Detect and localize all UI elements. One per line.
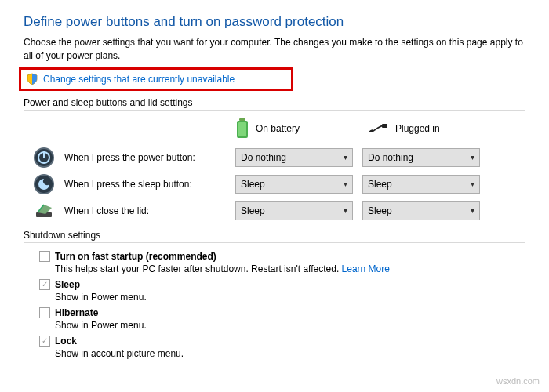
lock-sub: Show in account picture menu.: [55, 348, 525, 359]
sleep-button-battery-dropdown[interactable]: Sleep ▾: [235, 175, 353, 194]
fast-startup-sub: This helps start your PC faster after sh…: [55, 263, 525, 274]
change-settings-row[interactable]: Change settings that are currently unava…: [19, 67, 293, 91]
plugged-column-header: Plugged in: [367, 122, 493, 135]
svg-rect-3: [382, 124, 387, 128]
hibernate-label: Hibernate: [55, 307, 98, 318]
fast-startup-item: Turn on fast startup (recommended) This …: [39, 251, 525, 274]
sleep-checkbox[interactable]: ✓: [39, 279, 50, 290]
power-button-row: When I press the power button: Do nothin…: [24, 147, 525, 169]
fast-startup-checkbox[interactable]: [39, 251, 50, 262]
hibernate-item: Hibernate Show in Power menu.: [39, 307, 525, 331]
watermark: wsxdn.com: [496, 376, 540, 386]
sleep-button-row: When I press the sleep button: Sleep ▾ S…: [24, 173, 525, 195]
dropdown-value: Sleep: [241, 179, 265, 190]
lock-checkbox[interactable]: ✓: [39, 336, 50, 347]
chevron-down-icon: ▾: [471, 153, 474, 162]
lid-icon: [33, 200, 55, 222]
columns-header: On battery Plugged in: [235, 118, 525, 139]
power-buttons-section-header: Power and sleep buttons and lid settings: [24, 97, 525, 111]
sleep-item: ✓ Sleep Show in Power menu.: [39, 279, 525, 303]
power-button-battery-dropdown[interactable]: Do nothing ▾: [235, 148, 353, 167]
dropdown-value: Sleep: [368, 179, 392, 190]
shield-icon: [26, 73, 38, 85]
change-settings-link[interactable]: Change settings that are currently unava…: [43, 74, 235, 85]
dropdown-value: Do nothing: [241, 152, 286, 163]
chevron-down-icon: ▾: [471, 206, 474, 215]
lock-label: Lock: [55, 336, 77, 347]
page-title: Define power buttons and turn on passwor…: [24, 14, 525, 30]
sleep-label: Sleep: [55, 279, 80, 290]
hibernate-checkbox[interactable]: [39, 307, 50, 318]
sleep-sub: Show in Power menu.: [55, 292, 525, 303]
battery-icon: [235, 118, 249, 139]
page-description: Choose the power settings that you want …: [24, 36, 525, 63]
chevron-down-icon: ▾: [344, 153, 347, 162]
battery-label: On battery: [256, 123, 300, 134]
hibernate-sub: Show in Power menu.: [55, 320, 525, 331]
lid-label: When I close the lid:: [64, 205, 235, 216]
lock-item: ✓ Lock Show in account picture menu.: [39, 336, 525, 359]
svg-rect-0: [239, 118, 245, 121]
chevron-down-icon: ▾: [471, 180, 474, 188]
shutdown-section-header: Shutdown settings: [24, 230, 525, 243]
sleep-button-label: When I press the sleep button:: [64, 179, 235, 190]
plug-icon: [367, 122, 389, 135]
lid-battery-dropdown[interactable]: Sleep ▾: [235, 201, 353, 220]
sleep-button-plugged-dropdown[interactable]: Sleep ▾: [362, 175, 480, 194]
dropdown-value: Sleep: [241, 205, 265, 216]
power-button-icon: [33, 147, 55, 169]
power-button-plugged-dropdown[interactable]: Do nothing ▾: [362, 148, 480, 167]
plugged-label: Plugged in: [395, 123, 440, 134]
chevron-down-icon: ▾: [344, 180, 347, 188]
battery-column-header: On battery: [235, 118, 361, 139]
chevron-down-icon: ▾: [344, 206, 347, 215]
fast-startup-label: Turn on fast startup (recommended): [55, 251, 216, 262]
sleep-button-icon: [33, 173, 55, 195]
dropdown-value: Do nothing: [368, 152, 413, 163]
power-button-label: When I press the power button:: [64, 152, 235, 163]
dropdown-value: Sleep: [368, 205, 392, 216]
lid-plugged-dropdown[interactable]: Sleep ▾: [362, 201, 480, 220]
lid-row: When I close the lid: Sleep ▾ Sleep ▾: [24, 200, 525, 222]
svg-rect-2: [238, 122, 246, 136]
learn-more-link[interactable]: Learn More: [342, 263, 390, 274]
